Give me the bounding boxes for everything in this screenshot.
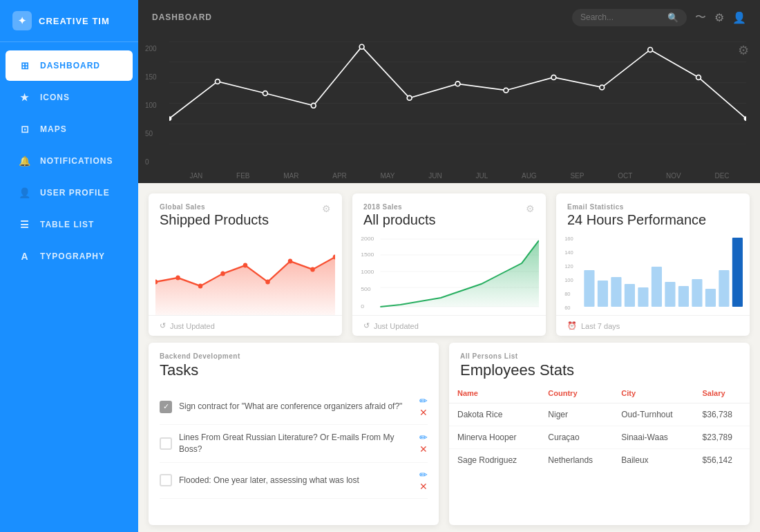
sidebar-item-label: ICONS [40,93,70,102]
sidebar-item-typography[interactable]: A TYPOGRAPHY [6,241,133,272]
card-footer-text: Just Updated [170,322,215,330]
task-delete-icon[interactable]: ✕ [419,408,428,417]
sidebar-navigation: ⊞ DASHBOARD ★ ICONS ⊡ MAPS 🔔 NOTIFICATIO… [0,42,138,273]
sidebar-item-maps[interactable]: ⊡ MAPS [6,114,133,144]
main-chart-svg [169,41,746,144]
task-actions: ✏ ✕ [419,470,428,491]
user-profile-nav-icon: 👤 [18,186,32,200]
svg-text:140: 140 [564,249,573,256]
employee-city: Sinaai-Waas [613,426,694,449]
employees-col-salary: Salary [694,383,750,403]
svg-rect-46 [584,270,594,307]
employees-table: NameCountryCitySalary Dakota RiceNigerOu… [449,383,750,471]
sidebar-item-dashboard[interactable]: ⊞ DASHBOARD [6,50,133,81]
svg-text:60: 60 [564,305,570,311]
sidebar-item-table-list[interactable]: ☰ TABLE LIST [6,209,133,240]
table-row: Minerva HooperCuraçaoSinaai-Waas$23,789 [449,426,750,449]
dashboard-nav-icon: ⊞ [18,59,32,73]
card-subtitle: 2018 Sales [363,203,436,211]
cards-row: Global Sales Shipped Products ⚙ [138,183,760,343]
all-products-chart: 2000 1500 1000 500 0 [352,232,546,315]
svg-text:100: 100 [564,277,573,283]
logo-text: CREATIVE TIM [39,16,110,26]
task-item: Flooded: One year later, assessing what … [160,463,428,499]
tasks-subtitle: Backend Development [160,352,428,360]
employees-table-scroll[interactable]: NameCountryCitySalary Dakota RiceNigerOu… [449,383,750,525]
sidebar-item-label: TYPOGRAPHY [40,251,105,261]
clock-icon: ⏰ [567,321,577,330]
employee-salary: $23,789 [694,426,750,449]
svg-point-16 [648,48,653,53]
settings-icon[interactable]: ⚙ [714,11,724,24]
card-footer: ↺ Just Updated [149,315,342,336]
employees-col-name: Name [449,383,540,403]
svg-point-9 [311,103,316,108]
sidebar-item-label: TABLE LIST [40,220,94,229]
task-checkbox[interactable] [160,437,172,450]
card-title: All products [363,212,436,228]
maps-nav-icon: ⊡ [18,122,32,136]
search-input[interactable] [580,12,663,22]
sidebar-item-notifications[interactable]: 🔔 NOTIFICATIONS [6,146,133,176]
employees-subtitle: All Persons List [460,352,739,360]
employees-card: All Persons List Employees Stats NameCou… [449,343,750,525]
card-gear-icon[interactable]: ⚙ [526,203,535,214]
svg-point-7 [215,79,220,84]
card-footer-text: Just Updated [374,322,419,330]
employee-city: Baileux [613,449,694,472]
card-footer: ↺ Just Updated [352,315,546,336]
performance-card: Email Statistics 24 Hours Performance 16… [556,193,750,336]
svg-point-15 [600,85,605,90]
chart-y-labels: 200 150 100 50 0 [145,45,157,166]
svg-point-12 [455,82,460,86]
sidebar-item-label: MAPS [40,124,67,134]
card-gear-icon[interactable]: ⚙ [322,203,331,214]
task-checkbox[interactable] [160,474,172,486]
logo-icon: ✦ [12,11,32,30]
employee-salary: $56,142 [694,449,750,472]
sidebar-item-label: DASHBOARD [40,61,100,70]
employee-name: Sage Rodriguez [449,449,540,472]
task-text: Flooded: One year later, assessing what … [179,475,412,486]
svg-rect-55 [705,289,716,307]
employee-country: Curaçao [540,426,613,449]
svg-point-14 [551,75,556,80]
search-box[interactable]: 🔍 [572,9,687,26]
employee-city: Oud-Turnhout [613,403,694,426]
topbar: DASHBOARD 🔍 〜 ⚙ 👤 [138,0,760,35]
svg-rect-47 [598,281,608,307]
employees-col-country: Country [540,383,613,403]
svg-point-21 [175,275,180,280]
svg-text:0: 0 [361,303,364,310]
task-edit-icon[interactable]: ✏ [419,396,428,406]
employee-name: Dakota Rice [449,403,540,426]
task-checkbox[interactable]: ✓ [160,401,172,413]
task-edit-icon[interactable]: ✏ [419,470,428,479]
user-icon[interactable]: 👤 [732,11,746,24]
refresh-icon: ↺ [160,321,166,330]
svg-text:120: 120 [564,263,573,269]
svg-marker-39 [380,240,539,307]
tasks-header: Backend Development Tasks [149,343,439,383]
svg-point-10 [359,44,364,49]
task-edit-icon[interactable]: ✏ [419,433,428,442]
activity-icon[interactable]: 〜 [695,10,706,25]
svg-rect-52 [665,282,675,307]
card-title: 24 Hours Performance [567,212,706,228]
all-products-card: 2018 Sales All products ⚙ 2000 1500 1000… [352,193,546,336]
task-item: Lines From Great Russian Literature? Or … [160,425,428,463]
employee-country: Netherlands [540,449,613,472]
sidebar-item-icons[interactable]: ★ ICONS [6,82,133,113]
sidebar-item-user-profile[interactable]: 👤 USER PROFILE [6,178,133,208]
refresh-icon: ↺ [363,321,370,330]
task-actions: ✏ ✕ [419,433,428,454]
chart-gear-icon[interactable]: ⚙ [738,43,749,58]
bottom-row: Backend Development Tasks ✓ Sign contrac… [138,343,760,532]
employees-title: Employees Stats [460,361,739,379]
main-content: DASHBOARD 🔍 〜 ⚙ 👤 200 150 100 50 0 [138,0,760,532]
shipped-products-card: Global Sales Shipped Products ⚙ [149,193,342,336]
icons-nav-icon: ★ [18,91,32,104]
svg-point-27 [310,267,315,272]
task-delete-icon[interactable]: ✕ [419,444,428,454]
task-delete-icon[interactable]: ✕ [419,482,428,491]
